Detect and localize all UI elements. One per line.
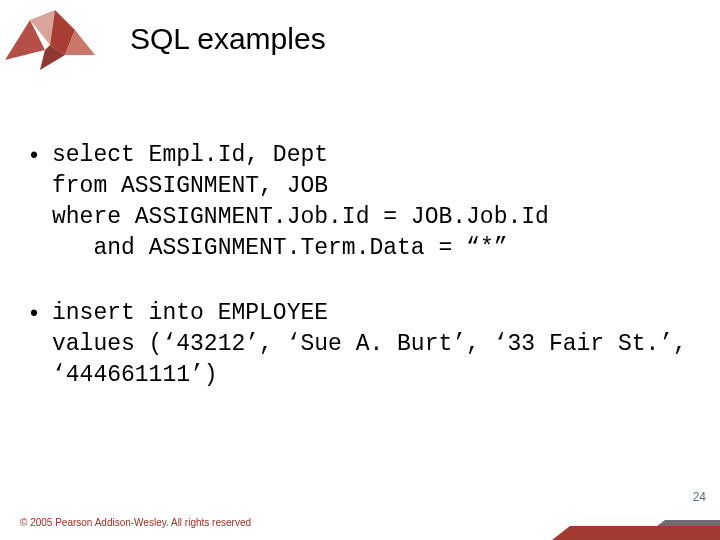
page-number: 24 bbox=[693, 490, 706, 504]
code-block: insert into EMPLOYEE values (‘43212’, ‘S… bbox=[52, 298, 690, 391]
bullet-dot-icon: • bbox=[30, 298, 52, 391]
copyright-footer: © 2005 Pearson Addison-Wesley. All right… bbox=[20, 517, 251, 528]
slide: SQL examples • select Empl.Id, Dept from… bbox=[0, 0, 720, 540]
corner-decoration-icon bbox=[550, 520, 720, 540]
slide-title: SQL examples bbox=[130, 22, 326, 56]
bullet-item: • insert into EMPLOYEE values (‘43212’, … bbox=[30, 298, 690, 391]
logo-icon bbox=[0, 0, 100, 80]
slide-content: • select Empl.Id, Dept from ASSIGNMENT, … bbox=[30, 140, 690, 425]
bullet-item: • select Empl.Id, Dept from ASSIGNMENT, … bbox=[30, 140, 690, 264]
code-block: select Empl.Id, Dept from ASSIGNMENT, JO… bbox=[52, 140, 549, 264]
bullet-dot-icon: • bbox=[30, 140, 52, 264]
